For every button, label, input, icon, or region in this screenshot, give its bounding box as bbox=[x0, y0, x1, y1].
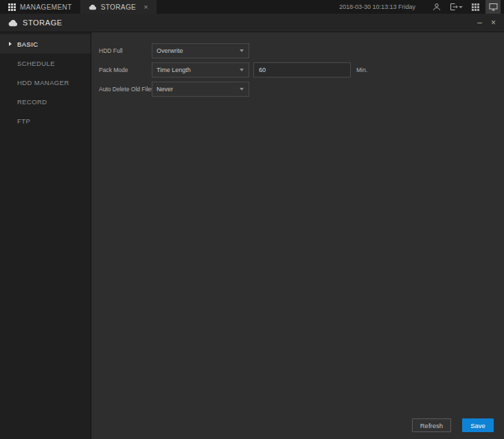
minutes-suffix-label: Min. bbox=[356, 67, 367, 73]
form-row-hdd-full: HDD Full Overwrite bbox=[99, 43, 504, 58]
tab-bar: MANAGEMENT STORAGE × 2018-03-30 10:13:13… bbox=[0, 0, 504, 14]
page-title: STORAGE bbox=[23, 19, 62, 27]
sidebar-item-hdd-manager[interactable]: HDD MANAGER bbox=[0, 73, 91, 92]
sidebar-item-label: BASIC bbox=[17, 40, 38, 48]
chevron-down-icon bbox=[240, 88, 244, 91]
pack-length-input[interactable] bbox=[253, 62, 351, 78]
sidebar-item-label: SCHEDULE bbox=[17, 60, 55, 67]
active-arrow-icon bbox=[9, 42, 12, 46]
main-area: BASIC SCHEDULE HDD MANAGER RECORD FTP HD… bbox=[0, 32, 504, 439]
tab-management[interactable]: MANAGEMENT bbox=[0, 0, 80, 14]
pack-mode-dropdown[interactable]: Time Length bbox=[152, 62, 249, 78]
save-button[interactable]: Save bbox=[462, 418, 494, 432]
storage-cloud-icon bbox=[8, 19, 18, 27]
window-controls: – × bbox=[477, 19, 496, 27]
chevron-down-icon bbox=[240, 69, 244, 71]
pack-mode-label: Pack Mode bbox=[99, 67, 152, 73]
content-panel: HDD Full Overwrite Pack Mode Time Length… bbox=[91, 32, 504, 439]
datetime-text: 2018-03-30 10:13:13 Friday bbox=[339, 3, 415, 10]
sidebar-item-label: RECORD bbox=[17, 98, 47, 106]
tab-close-icon[interactable]: × bbox=[144, 3, 148, 11]
storage-cloud-icon bbox=[89, 4, 97, 10]
footer-buttons: Refresh Save bbox=[412, 418, 494, 432]
sidebar-item-label: HDD MANAGER bbox=[17, 79, 69, 86]
dropdown-value: Never bbox=[157, 86, 240, 93]
tab-label: STORAGE bbox=[101, 3, 137, 11]
dropdown-value: Time Length bbox=[157, 67, 240, 73]
title-bar: STORAGE – × bbox=[0, 14, 504, 32]
refresh-button[interactable]: Refresh bbox=[412, 418, 451, 432]
sidebar-item-schedule[interactable]: SCHEDULE bbox=[0, 54, 91, 73]
sidebar: BASIC SCHEDULE HDD MANAGER RECORD FTP bbox=[0, 32, 91, 439]
minimize-icon[interactable]: – bbox=[477, 19, 482, 27]
hdd-full-dropdown[interactable]: Overwrite bbox=[152, 43, 249, 58]
dropdown-value: Overwrite bbox=[157, 47, 240, 54]
apps-grid-icon[interactable] bbox=[468, 0, 483, 14]
auto-delete-dropdown[interactable]: Never bbox=[152, 82, 249, 97]
user-icon[interactable] bbox=[429, 0, 444, 14]
auto-delete-label: Auto Delete Old Files bbox=[99, 86, 152, 93]
tabbar-right: 2018-03-30 10:13:13 Friday bbox=[339, 0, 504, 14]
sidebar-item-record[interactable]: RECORD bbox=[0, 92, 91, 111]
tab-label: MANAGEMENT bbox=[20, 3, 72, 11]
sidebar-item-basic[interactable]: BASIC bbox=[0, 34, 91, 54]
close-icon[interactable]: × bbox=[491, 19, 496, 27]
chevron-down-icon bbox=[240, 49, 244, 52]
grid-icon bbox=[8, 3, 16, 11]
caret-down-icon bbox=[459, 6, 463, 8]
form-row-auto-delete: Auto Delete Old Files Never bbox=[99, 82, 504, 97]
tab-storage[interactable]: STORAGE × bbox=[80, 0, 157, 14]
logout-icon[interactable] bbox=[447, 0, 465, 14]
sidebar-item-ftp[interactable]: FTP bbox=[0, 111, 91, 130]
display-icon[interactable] bbox=[485, 0, 501, 14]
hdd-full-label: HDD Full bbox=[99, 47, 152, 54]
sidebar-item-label: FTP bbox=[17, 117, 30, 125]
form-row-pack-mode: Pack Mode Time Length Min. bbox=[99, 62, 504, 78]
